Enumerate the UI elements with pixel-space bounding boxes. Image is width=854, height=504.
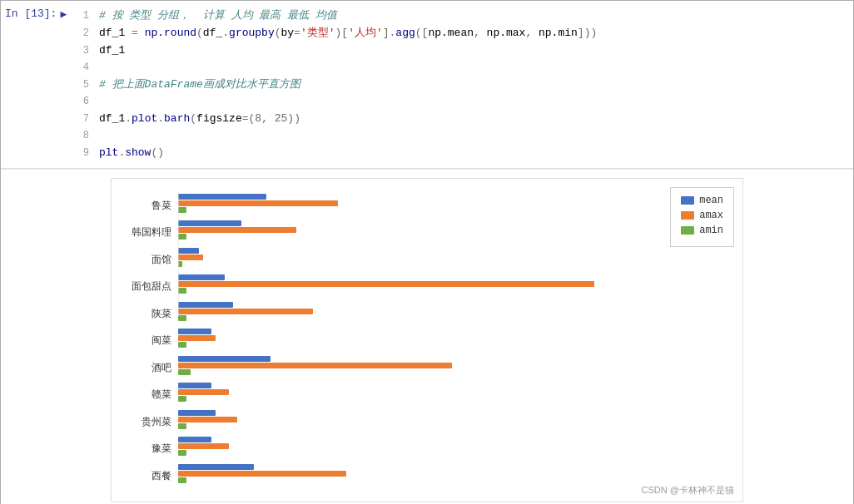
chart-inner: 鲁菜韩国料理面馆面包甜点陕菜闽菜酒吧赣菜贵州菜豫菜西餐 (120, 191, 717, 489)
y-axis-label: 闽菜 (151, 335, 171, 345)
bar (178, 254, 203, 260)
token: )) (287, 112, 300, 125)
y-axis-label: 赣菜 (151, 389, 171, 399)
token: () (151, 146, 164, 159)
bar (178, 369, 191, 375)
code-cell: In [13]: ▶ 1# 按 类型 分组， 计算 人均 最高 最低 均值2df… (0, 0, 854, 504)
token: . (157, 112, 164, 125)
token: df_1 (99, 44, 125, 57)
token: np.mean (428, 27, 474, 39)
bar (178, 281, 594, 287)
bar (178, 315, 186, 321)
code-line: 1# 按 类型 分组， 计算 人均 最高 最低 均值 (76, 7, 853, 25)
bar-group (178, 356, 717, 379)
token: # 把上面DataFrame画成对比水平直方图 (99, 78, 300, 91)
bar (178, 329, 211, 334)
bar (178, 302, 233, 308)
token: ]. (383, 27, 396, 39)
token: np.min (539, 27, 578, 39)
chart-legend: meanamaxamin (670, 187, 734, 247)
bar (178, 342, 186, 348)
code-line: 4 (76, 59, 853, 76)
y-axis: 鲁菜韩国料理面馆面包甜点陕菜闽菜酒吧赣菜贵州菜豫菜西餐 (120, 191, 178, 489)
prompt-label: In [13]: (5, 7, 57, 20)
token: , (261, 112, 275, 125)
bar (178, 437, 211, 442)
legend-item: amin (681, 225, 723, 236)
token: '人均' (348, 27, 383, 39)
token: np.max (487, 27, 526, 39)
token: . (125, 112, 132, 125)
bar (178, 335, 216, 341)
token: , (525, 27, 539, 39)
bar (178, 471, 346, 477)
token: ( (196, 27, 203, 39)
y-axis-label: 豫菜 (151, 443, 171, 453)
line-content: # 把上面DataFrame画成对比水平直方图 (99, 77, 853, 94)
token: df_ (203, 27, 222, 39)
bar (178, 274, 225, 280)
y-axis-label: 韩国料理 (132, 227, 171, 237)
token: '类型' (300, 27, 335, 39)
token: plot (132, 112, 157, 125)
bar (178, 234, 186, 240)
bar (178, 389, 229, 395)
bar (178, 309, 313, 314)
cell-input: In [13]: ▶ 1# 按 类型 分组， 计算 人均 最高 最低 均值2df… (1, 1, 853, 169)
run-button[interactable]: ▶ (60, 7, 67, 21)
legend-label: amax (699, 210, 723, 221)
token: df_1 (99, 27, 125, 39)
bar (178, 227, 296, 233)
bar (178, 477, 186, 483)
token: plt (99, 146, 118, 159)
token: show (125, 146, 151, 159)
code-line: 8 (76, 127, 853, 144)
bar (178, 417, 237, 422)
token: =( (242, 112, 256, 125)
bar (178, 443, 229, 449)
token: by (281, 27, 295, 39)
bar (178, 450, 186, 456)
code-area: 1# 按 类型 分组， 计算 人均 最高 最低 均值2df_1 = np.rou… (76, 1, 853, 168)
token: df_1 (99, 112, 125, 125)
token: )[ (335, 27, 349, 39)
legend-label: amin (699, 225, 723, 236)
token: = (125, 27, 144, 39)
legend-label: mean (699, 195, 723, 206)
line-number: 3 (76, 42, 99, 59)
token: figsize (196, 112, 242, 125)
legend-color-swatch (681, 226, 694, 235)
token: ([ (415, 27, 429, 39)
bar-group (178, 329, 717, 352)
line-number: 2 (76, 25, 99, 42)
bar (178, 207, 186, 213)
line-number: 8 (76, 127, 99, 144)
notebook-container: In [13]: ▶ 1# 按 类型 分组， 计算 人均 最高 最低 均值2df… (0, 0, 854, 504)
y-axis-label: 面包甜点 (132, 281, 171, 291)
chart-container: 鲁菜韩国料理面馆面包甜点陕菜闽菜酒吧赣菜贵州菜豫菜西餐 meanamaxamin… (111, 178, 743, 502)
bar-group (178, 220, 717, 244)
line-content: plt.show() (99, 145, 853, 162)
y-axis-label: 贵州菜 (142, 417, 171, 427)
line-number: 6 (76, 93, 99, 110)
token: np.round (145, 27, 196, 39)
y-axis-label: 陕菜 (151, 309, 171, 319)
bar (178, 396, 186, 402)
bar-group (178, 274, 717, 298)
token: barh (164, 112, 190, 125)
bar-group (178, 248, 717, 271)
bar-group (178, 194, 717, 217)
watermark: CSDN @卡林神不是猫 (642, 484, 734, 497)
bar (178, 288, 186, 294)
y-axis-label: 鲁菜 (151, 200, 171, 210)
token: , (474, 27, 487, 39)
token: # 按 类型 分组， 计算 人均 最高 最低 均值 (99, 9, 337, 22)
token: . (222, 27, 229, 39)
y-axis-label: 酒吧 (151, 363, 171, 373)
line-number: 4 (76, 59, 99, 76)
bar-group (178, 410, 717, 433)
y-axis-label: 面馆 (151, 254, 171, 264)
bar (178, 410, 216, 416)
legend-color-swatch (681, 196, 694, 205)
bar-group (178, 437, 717, 460)
